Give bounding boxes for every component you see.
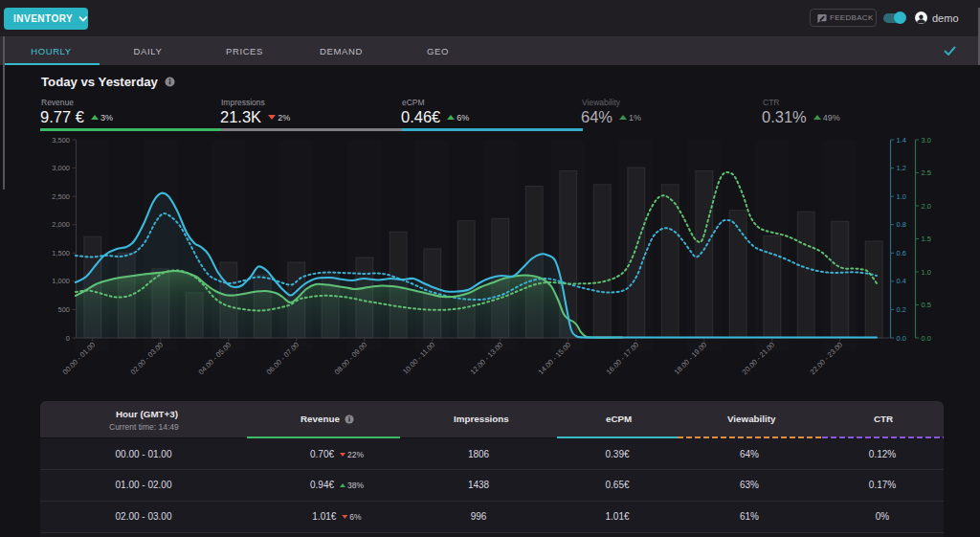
svg-text:1.2: 1.2 [897,164,906,172]
svg-text:1.4: 1.4 [897,136,906,145]
svg-text:0.0: 0.0 [897,334,906,343]
svg-text:0.8: 0.8 [897,220,906,229]
svg-text:0.6: 0.6 [897,249,906,257]
svg-text:3,500: 3,500 [52,136,70,145]
svg-text:3,000: 3,000 [52,164,70,172]
svg-text:2.5: 2.5 [922,168,931,177]
svg-text:1.5: 1.5 [922,235,931,243]
svg-text:1,500: 1,500 [52,249,70,257]
svg-text:0.0: 0.0 [922,334,931,343]
svg-text:2,500: 2,500 [52,192,70,201]
svg-text:0: 0 [66,334,70,343]
svg-text:0.5: 0.5 [922,301,931,309]
svg-text:500: 500 [57,305,70,314]
svg-text:3.0: 3.0 [922,136,931,145]
svg-text:1.0: 1.0 [922,268,931,277]
svg-text:2.0: 2.0 [922,202,931,211]
svg-text:0.2: 0.2 [897,305,906,314]
svg-text:0.4: 0.4 [897,277,906,285]
svg-text:1.0: 1.0 [897,192,906,201]
svg-text:1,000: 1,000 [52,277,70,285]
svg-text:2,000: 2,000 [52,220,70,229]
